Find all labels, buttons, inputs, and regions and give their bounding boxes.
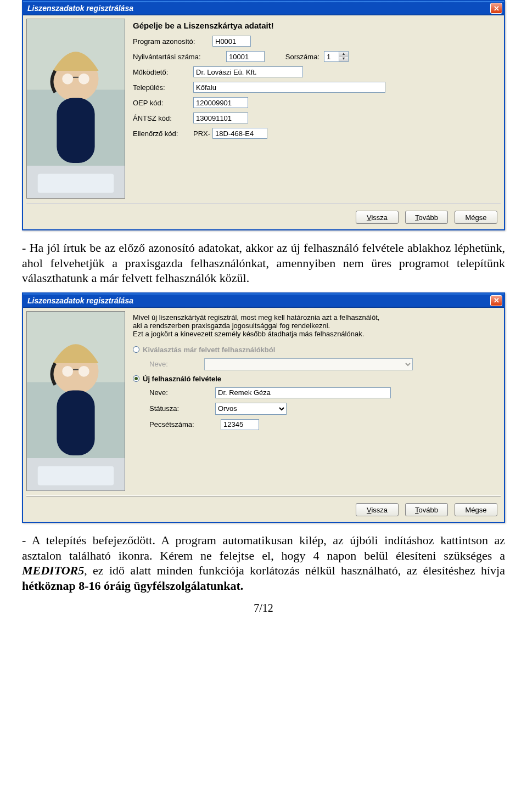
stamp-label: Pecsétszáma: <box>149 420 221 428</box>
cancel-button[interactable]: Mégse <box>455 211 497 224</box>
oep-label: OEP kód: <box>133 99 193 107</box>
license-dialog-1: Liszenszadatok regisztrálása ✕ <box>22 0 505 230</box>
operator-label: Működtető: <box>133 68 193 76</box>
next-button[interactable]: Tovább <box>405 211 448 224</box>
body-paragraph-1: - Ha jól írtuk be az előző azonosító ada… <box>22 240 505 286</box>
antsz-input[interactable] <box>193 112 248 123</box>
serial-spinner[interactable]: ▲ ▼ <box>339 51 349 62</box>
existing-name-combo <box>204 358 413 370</box>
oep-input[interactable] <box>193 97 248 108</box>
program-id-input[interactable] <box>212 36 251 47</box>
serial-label: Sorszáma: <box>265 53 319 61</box>
back-button[interactable]: Vissza <box>356 503 399 516</box>
check-label: Ellenőrző kód: <box>133 129 193 138</box>
dialog-heading: Gépelje be a Liszenszkártya adatait! <box>133 21 497 30</box>
close-icon[interactable]: ✕ <box>490 3 502 14</box>
status-combo[interactable]: Orvos <box>215 403 287 415</box>
svg-rect-3 <box>57 98 94 163</box>
new-name-input[interactable] <box>215 387 391 398</box>
svg-rect-17 <box>38 466 114 486</box>
svg-point-14 <box>79 366 89 377</box>
svg-point-13 <box>62 366 73 377</box>
radio-existing-user[interactable] <box>133 346 139 353</box>
radio-new-label: Új felhasználó felvétele <box>143 375 221 383</box>
window-title: Liszenszadatok regisztrálása <box>27 296 133 305</box>
next-button[interactable]: Tovább <box>405 503 448 516</box>
svg-rect-12 <box>57 390 94 455</box>
status-label: Státusza: <box>149 404 215 413</box>
titlebar: Liszenszadatok regisztrálása ✕ <box>23 294 504 308</box>
titlebar: Liszenszadatok regisztrálása ✕ <box>23 1 504 15</box>
chevron-down-icon[interactable]: ▼ <box>339 57 348 61</box>
chevron-up-icon[interactable]: ▲ <box>339 52 348 57</box>
window-title: Liszenszadatok regisztrálása <box>27 4 133 13</box>
intro-line-1: Mivel új liszenszkártyát regisztrál, mos… <box>133 313 497 322</box>
serial-input[interactable] <box>324 51 339 62</box>
new-name-label: Neve: <box>149 388 215 397</box>
license-dialog-2: Liszenszadatok regisztrálása ✕ <box>22 292 505 523</box>
intro-line-3: Ezt a jogkört a kinevezett személy későb… <box>133 330 497 338</box>
check-input[interactable] <box>212 128 267 139</box>
check-prefix: PRX- <box>193 129 210 138</box>
svg-rect-8 <box>38 174 114 193</box>
body-paragraph-2: - A telepítés befejeződött. A program au… <box>22 533 505 593</box>
product-name: MEDITOR5 <box>22 563 84 577</box>
reg-no-label: Nyilvántartási száma: <box>133 53 226 61</box>
antsz-label: ÁNTSZ kód: <box>133 114 193 122</box>
radio-existing-label: Kiválasztás már felvett felhasználókból <box>143 346 275 354</box>
page-number: 7/12 <box>22 602 505 614</box>
stamp-input[interactable] <box>221 419 259 430</box>
close-icon[interactable]: ✕ <box>490 295 502 306</box>
cancel-button[interactable]: Mégse <box>455 503 497 516</box>
town-label: Település: <box>133 83 193 92</box>
existing-name-label: Neve: <box>149 360 204 368</box>
operator-photo <box>26 19 125 199</box>
intro-line-2: aki a rendszerben praxisgazda jogosultsá… <box>133 322 497 330</box>
back-button[interactable]: Vissza <box>356 211 399 224</box>
operator-photo <box>26 311 125 491</box>
radio-new-user[interactable] <box>133 375 139 382</box>
svg-rect-15 <box>73 369 79 370</box>
town-input[interactable] <box>193 82 385 93</box>
svg-rect-6 <box>73 77 79 78</box>
svg-point-5 <box>79 74 89 84</box>
operator-input[interactable] <box>193 66 303 77</box>
svg-point-4 <box>62 74 73 84</box>
program-id-label: Program azonosító: <box>133 37 212 46</box>
reg-no-input[interactable] <box>226 51 265 62</box>
